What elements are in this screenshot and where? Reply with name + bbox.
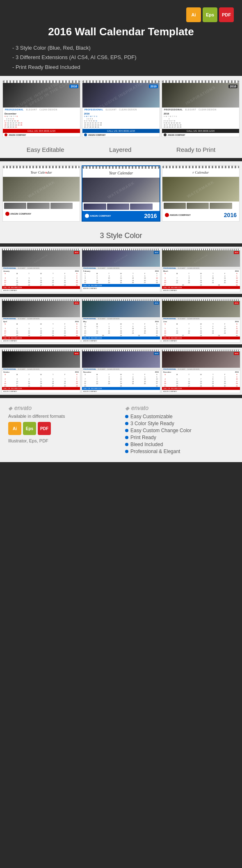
cal-footer: CALL US: 004.9000.1234	[162, 387, 240, 390]
feature-print-ready: Print Ready	[125, 435, 234, 440]
eps-badge: Eps	[203, 7, 217, 22]
calendar-preview-2: 2016 EXCLUSIVE INSPIRATIONS PROFESSIONAL…	[82, 80, 160, 137]
year-cal-title: Year Calendar	[3, 168, 80, 177]
year-cal-bottom-blue: ANGIN COMPANY 2016	[82, 211, 159, 221]
section-divider-2	[0, 243, 242, 247]
format-badges: Ai Eps PDF	[8, 422, 117, 435]
first-preview-section: 2016 EXCLUSIVE INSPIRATIONSFASTER SPEED …	[0, 76, 242, 141]
cal-grid: SMTWTFS 1 2345678 9101112131415 16171819…	[2, 373, 80, 387]
month-year: March2016	[162, 270, 240, 273]
bullet-icon	[125, 422, 128, 425]
year-badge: 2016	[154, 352, 159, 355]
month-year: April2016	[2, 320, 80, 323]
march-cal: 2016 EXCLUSIVE PROFESSIONALELEGANTCLEAN …	[162, 248, 240, 292]
cal-grid: SMTWTFS 12345 6789101112 13141516171819 …	[162, 273, 240, 286]
feature-list: Easy Customizable 3 Color Style Ready Ea…	[125, 414, 234, 454]
year-badge: 2016	[234, 251, 239, 254]
angin-circle	[165, 213, 169, 217]
info-bar: PROFESSIONALELEGANTCLEAN DESIGN	[162, 317, 240, 320]
feature-layered: Layered	[109, 146, 131, 153]
month-row-3: 2016 PROFESSIONALELEGANTCLEAN DESIGN Oct…	[0, 348, 242, 395]
year-badge: 2016	[228, 85, 237, 88]
angin-circle	[85, 214, 89, 218]
year-calendar-2: Year Calendar WATERMARK ANGIN COMPANY 20…	[82, 165, 160, 222]
cal-photo: 2016 EXCLUSIVE INSPIRATIONSFASTER SPEED …	[3, 83, 80, 108]
cal-photo: 2016	[162, 351, 240, 368]
envato-logo-right: envato	[131, 405, 148, 411]
feature-color-style: 3 Color Style Ready	[125, 421, 234, 426]
available-label: Available in different formats	[8, 414, 117, 419]
section-divider-5	[0, 395, 242, 398]
year-badge: 2016	[154, 251, 159, 254]
bullet-icon	[125, 443, 128, 446]
bullet-icon	[125, 415, 128, 418]
cal-footer: CALL US: 004.9000.1234	[2, 387, 80, 390]
cal-grid: SMTWTFS 1234567 891011121314 15161718192…	[82, 273, 160, 284]
cal-photo: 2016	[82, 301, 160, 317]
ai-badge: Ai	[186, 7, 201, 22]
style-color-title: 3 Style Color	[0, 226, 242, 243]
feature-bleed-included: Bleed Included	[125, 442, 234, 447]
watermark: WATERMARK	[27, 180, 56, 199]
year-label: 2016	[224, 212, 237, 218]
feature-ready-to-print: Ready to Print	[176, 146, 215, 153]
cal-professional-bar: PROFESSIONALELEGANTCLEAN DESIGN	[162, 108, 239, 112]
cal-footer: CALL US: 004.9000.1234	[3, 129, 80, 133]
cal-grid: SMTWTFS 123 45678910 11121314151617 1819…	[162, 373, 240, 387]
year-cal-photo: WATERMARK	[82, 178, 159, 202]
angin-label: ANGIN COMPANY	[10, 213, 31, 215]
watermark: INSPIRATIONS	[185, 85, 217, 106]
year-cal-title: r Calendar	[162, 168, 239, 177]
cal-footer-dark: CALL US: 004.9000.1234	[162, 129, 239, 133]
feature-item: 3 Different Extensions (AI CS4, AI CS6, …	[12, 53, 234, 62]
cal-footer: CALL US: 004.9000.1234	[2, 337, 80, 339]
format-label: Illustrator, Eps, PDF	[8, 438, 117, 443]
watermark: WATERMARK	[186, 180, 215, 199]
april-cal: 2016 PROFESSIONALELEGANTCLEAN DESIGN Apr…	[2, 299, 80, 343]
year-cal-bottom: ANGIN COMPANY 2016	[162, 210, 239, 220]
info-bar: PROFESSIONALELEGANTCLEAN DESIGN	[2, 267, 80, 270]
cal-photo: 2016 INSPIRATIONS	[162, 83, 239, 108]
angin-circle	[5, 212, 9, 216]
info-bar: PROFESSIONALELEGANTCLEAN DESIGN	[82, 267, 160, 270]
cal-grid: SMTWTFS 303112345 6789101112 13141516171…	[82, 323, 160, 337]
november-cal: 2016 PROFESSIONALELEGANTCLEAN DESIGN Nov…	[82, 349, 160, 393]
watermark: WATERMARK	[107, 181, 135, 200]
month-year: January2016	[2, 270, 80, 273]
pdf-badge: PDF	[219, 7, 234, 22]
eps-format-badge: Eps	[23, 422, 36, 435]
year-cal-title: Year Calendar	[82, 169, 159, 178]
year-label: 2016	[144, 213, 157, 219]
header-badges: Ai Eps PDF	[8, 7, 234, 22]
year-badge: 2016	[234, 302, 239, 305]
preview-strip-1: 2016 EXCLUSIVE INSPIRATIONSFASTER SPEED …	[2, 80, 240, 137]
info-bar: PROFESSIONALELEGANTCLEAN DESIGN	[162, 267, 240, 270]
ai-format-badge: Ai	[8, 422, 21, 435]
header-features: 3 Style Color (Blue, Red, Black) 3 Diffe…	[8, 43, 234, 72]
month-year: June2016	[162, 320, 240, 323]
cal-photo: 2016 EXCLUSIVE	[162, 250, 240, 267]
cal-photo: 2016 EXCLUSIVE	[82, 250, 160, 267]
feature-customizable: Easy Customizable	[125, 414, 234, 419]
october-cal: 2016 PROFESSIONALELEGANTCLEAN DESIGN Oct…	[2, 349, 80, 393]
month-year: May2016	[82, 320, 160, 323]
year-badge: 2016	[74, 352, 79, 355]
bottom-section: ◆ envato Available in different formats …	[0, 398, 242, 462]
info-bar: PROFESSIONALELEGANTCLEAN DESIGN	[82, 368, 160, 371]
year-badge: 2016	[69, 85, 78, 88]
envato-badge-right: ◆ envato	[125, 405, 234, 411]
envato-badge: ◆ envato	[8, 405, 117, 411]
year-preview-strip: Year Calendar WATERMARK ANGIN COMPANY	[2, 165, 240, 222]
cal-photo: 2016	[2, 351, 80, 368]
cal-photo: 2016	[82, 351, 160, 368]
angin-logo: ANGIN COMPANY	[5, 212, 31, 216]
december-cal: 2016 PROFESSIONALELEGANTCLEAN DESIGN Dec…	[162, 349, 240, 393]
year-cal-photo: WATERMARK	[162, 177, 239, 202]
year-badge: 2016	[74, 251, 79, 254]
bullet-icon	[125, 436, 128, 439]
year-calendar-3: r Calendar WATERMARK ANGIN COMPANY 2016	[162, 165, 240, 222]
cal-grid: SMTWTFS 12 3456789 10111213141516 171819…	[2, 273, 80, 286]
watermark: EXCLUSIVE INSPIRATIONS	[93, 83, 149, 108]
bullet-icon	[125, 450, 128, 453]
envato-logo: envato	[14, 405, 32, 411]
